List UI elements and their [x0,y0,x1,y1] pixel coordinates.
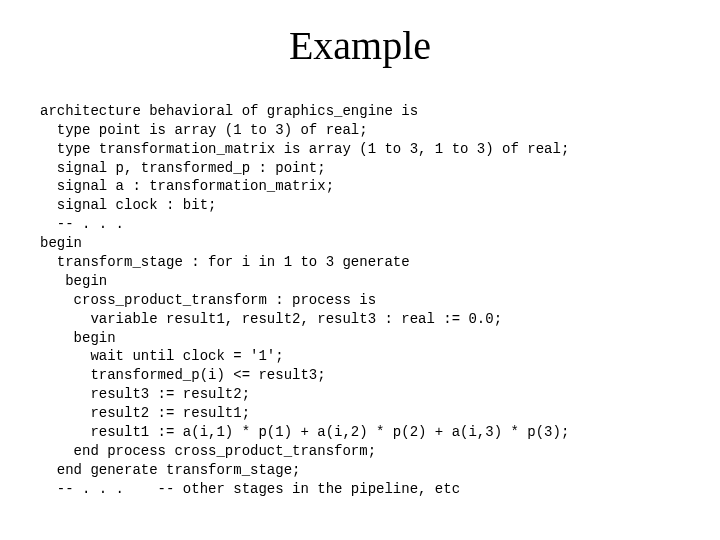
code-line: architecture behavioral of graphics_engi… [40,103,418,119]
code-line: variable result1, result2, result3 : rea… [40,311,502,327]
code-line: result2 := result1; [40,405,250,421]
page-title: Example [24,22,696,69]
code-line: result1 := a(i,1) * p(1) + a(i,2) * p(2)… [40,424,569,440]
code-line: -- . . . -- other stages in the pipeline… [40,481,460,497]
slide: Example architecture behavioral of graph… [0,0,720,540]
code-line: begin [40,273,107,289]
code-line: end generate transform_stage; [40,462,300,478]
code-line: transformed_p(i) <= result3; [40,367,326,383]
code-line: result3 := result2; [40,386,250,402]
code-line: cross_product_transform : process is [40,292,376,308]
code-line: type transformation_matrix is array (1 t… [40,141,569,157]
code-line: type point is array (1 to 3) of real; [40,122,368,138]
code-line: signal clock : bit; [40,197,216,213]
code-line: signal a : transformation_matrix; [40,178,334,194]
code-line: begin [40,235,82,251]
code-line: signal p, transformed_p : point; [40,160,326,176]
code-line: end process cross_product_transform; [40,443,376,459]
code-line: wait until clock = '1'; [40,348,284,364]
code-line: -- . . . [40,216,124,232]
code-line: transform_stage : for i in 1 to 3 genera… [40,254,410,270]
code-line: begin [40,330,116,346]
code-block: architecture behavioral of graphics_engi… [40,83,696,517]
